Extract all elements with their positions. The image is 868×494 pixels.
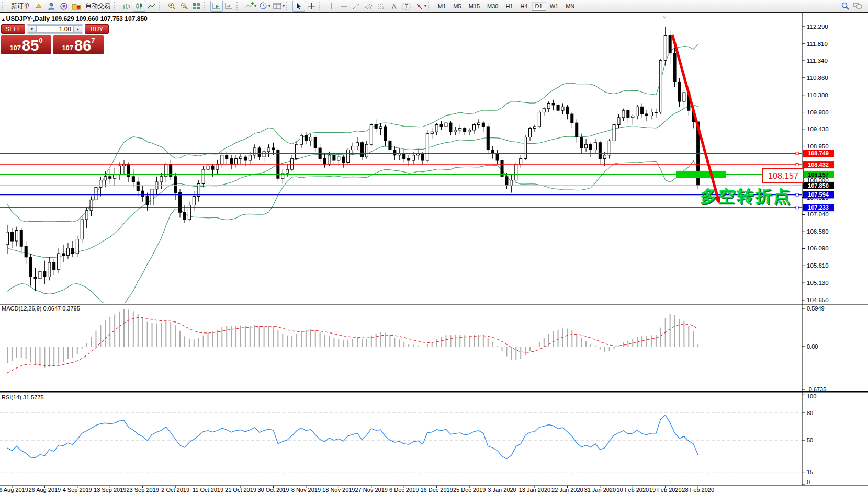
svg-text:110.860: 110.860 [807,75,828,81]
candles-layer [6,27,700,291]
svg-text:111.810: 111.810 [807,41,828,47]
svg-text:0: 0 [807,479,810,485]
svg-text:106.560: 106.560 [807,228,829,235]
volume-control: ▼ 1.00 ▲ [27,24,83,34]
macd-indicator-label: MACD(12,26,9) 0.0647 0.3795 [2,305,80,312]
buy-button[interactable]: BUY [85,24,109,34]
rsi-axis: 1008050150 [802,393,816,485]
sell-price-display[interactable]: 107850 [1,35,51,54]
svg-text:11 Oct 2019: 11 Oct 2019 [193,487,223,493]
svg-text:105.130: 105.130 [807,280,829,286]
svg-text:23 Sep 2019: 23 Sep 2019 [126,487,159,493]
svg-text:18 Nov 2019: 18 Nov 2019 [322,487,355,493]
svg-text:104.650: 104.650 [807,297,829,303]
svg-text:16 Dec 2019: 16 Dec 2019 [420,487,453,493]
svg-text:108.432: 108.432 [808,162,829,168]
svg-text:21 Oct 2019: 21 Oct 2019 [225,487,256,493]
svg-text:27 Nov 2019: 27 Nov 2019 [355,487,388,493]
rsi-panel [0,413,802,472]
chart-svg: 112.290111.810111.340110.860110.380109.9… [0,0,868,494]
svg-text:106.090: 106.090 [807,245,829,251]
date-axis[interactable]: 16 Aug 201926 Aug 20194 Sep 201913 Sep 2… [0,486,714,493]
svg-text:109.430: 109.430 [807,126,829,132]
svg-text:110.380: 110.380 [807,92,828,98]
svg-text:108.950: 108.950 [807,143,829,150]
svg-text:16 Aug 2019: 16 Aug 2019 [0,487,28,493]
buy-price-display[interactable]: 107867 [53,35,104,54]
svg-text:0.00: 0.00 [807,343,818,350]
chart-canvas[interactable]: 112.290111.810111.340110.860110.380109.9… [0,0,868,494]
svg-text:26 Aug 2019: 26 Aug 2019 [28,487,61,493]
sell-button[interactable]: SELL [1,24,25,34]
svg-text:0.5949: 0.5949 [807,305,825,312]
svg-text:107.594: 107.594 [808,191,829,198]
one-click-trade-panel: SELL ▼ 1.00 ▲ BUY 107850 107867 [1,24,109,54]
symbol-marker-icon: ▴ [2,17,5,22]
svg-text:10 Feb 2020: 10 Feb 2020 [616,487,649,493]
svg-text:108.749: 108.749 [808,150,829,156]
svg-text:8 Nov 2019: 8 Nov 2019 [291,487,321,493]
volume-increase-button[interactable]: ▲ [74,25,82,33]
svg-text:19 Feb 2020: 19 Feb 2020 [649,487,682,493]
svg-text:107.040: 107.040 [807,211,829,217]
macd-panel [7,309,698,373]
svg-text:22 Jan 2020: 22 Jan 2020 [551,487,583,493]
chart-shift-marker-icon[interactable]: ▿ [663,13,666,20]
volume-input[interactable]: 1.00 [36,25,74,33]
svg-text:107.233: 107.233 [808,204,829,211]
svg-text:111.340: 111.340 [807,58,828,64]
volume-decrease-button[interactable]: ▼ [28,25,36,33]
ohlc-title: ▴USDJPY-,Daily 109.629 109.660 107.753 1… [2,15,148,22]
turning-point-annotation[interactable]: 多空转折点 [700,185,792,208]
svg-text:31 Jan 2020: 31 Jan 2020 [584,487,616,493]
svg-text:108.157: 108.157 [808,171,829,178]
svg-text:105.610: 105.610 [807,262,829,269]
price-annotation-label[interactable]: 108.157 [762,168,804,183]
svg-text:3 Jan 2020: 3 Jan 2020 [488,487,516,493]
svg-text:100: 100 [807,393,816,399]
svg-text:4 Sep 2019: 4 Sep 2019 [63,487,92,493]
macd-axis: 0.59490.00-0.6735 [802,305,826,393]
svg-text:13 Jan 2020: 13 Jan 2020 [519,487,551,493]
rsi-indicator-label: RSI(14) 31.5775 [2,394,44,400]
svg-text:109.900: 109.900 [807,109,829,116]
bollinger-bands [7,44,698,308]
svg-text:13 Sep 2019: 13 Sep 2019 [94,487,126,493]
svg-text:6 Dec 2019: 6 Dec 2019 [389,487,419,493]
svg-text:30 Oct 2019: 30 Oct 2019 [257,487,289,493]
svg-text:80: 80 [807,410,813,416]
svg-text:25 Dec 2019: 25 Dec 2019 [453,487,486,493]
svg-text:2 Oct 2019: 2 Oct 2019 [161,487,189,493]
svg-text:107.850: 107.850 [808,182,829,189]
horizontal-lines[interactable] [0,152,802,209]
svg-text:112.290: 112.290 [807,24,828,30]
svg-text:50: 50 [807,437,813,443]
svg-text:28 Feb 2020: 28 Feb 2020 [682,487,714,493]
svg-text:-0.6735: -0.6735 [807,386,826,393]
svg-text:15: 15 [807,469,813,475]
mt4-window: 新订单 自动交易 ▾ ▾ ▾ E F A T ▾ M1 M5 M [0,0,868,494]
